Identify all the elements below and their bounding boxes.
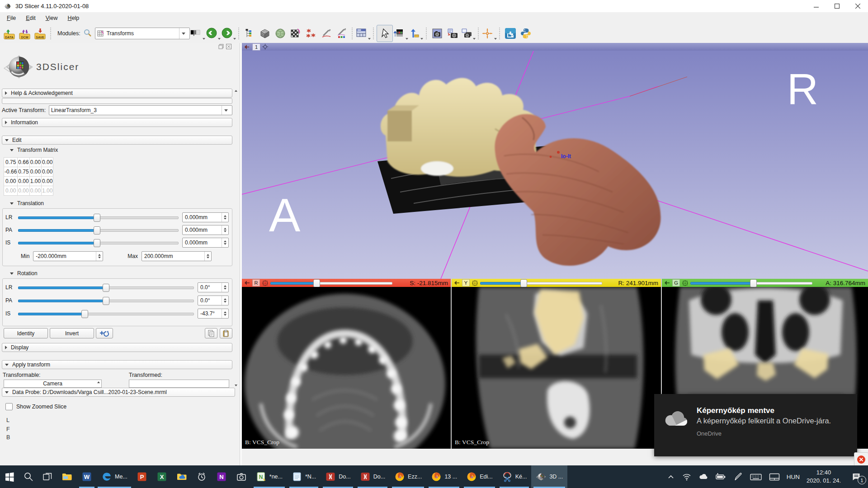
tray-language[interactable]: HUN (783, 465, 803, 488)
taskbar-firefox-button-1[interactable]: Ezz... (390, 465, 426, 488)
taskbar-notepad-button[interactable]: *N... (287, 465, 321, 488)
taskbar-onenote-button[interactable]: N (212, 465, 231, 488)
rotation-section[interactable]: Rotation (10, 270, 38, 277)
taskbar-snipping-button[interactable]: Ké... (497, 465, 532, 488)
screenshot-icon[interactable] (429, 25, 445, 42)
pin-icon[interactable] (245, 280, 250, 286)
translation-pa-slider[interactable] (18, 226, 179, 234)
search-button[interactable] (19, 465, 38, 488)
load-data-button[interactable]: DATA (2, 25, 17, 42)
yellow-slice-letter[interactable]: Y (462, 279, 470, 286)
menu-file[interactable]: File (3, 14, 20, 23)
taskbar-edge-button[interactable]: Me... (97, 465, 132, 488)
annotation-color-icon[interactable] (334, 25, 349, 42)
slice-menu-icon[interactable] (262, 280, 268, 286)
taskbar-camera-button[interactable] (231, 465, 251, 488)
tray-battery-icon[interactable] (712, 465, 730, 488)
taskbar-firefox-button-2[interactable]: 13 ... (426, 465, 462, 488)
taskbar-slicer-button[interactable]: 3D ... (531, 465, 567, 488)
onedrive-notification[interactable]: Képernyőkép mentve A képernyőkép felkerü… (654, 394, 857, 456)
display-section[interactable]: Display (2, 343, 232, 352)
edit-section[interactable]: Edit (2, 136, 232, 145)
paste-transform-icon[interactable] (220, 328, 232, 338)
window-level-icon[interactable] (393, 25, 408, 42)
taskbar-powerpoint-button[interactable]: P (132, 465, 152, 488)
action-center-button[interactable]: 1 (844, 465, 868, 488)
yellow-slice-view[interactable]: B: VCS_Crop (452, 287, 661, 449)
menu-edit[interactable]: Edit (22, 14, 40, 23)
taskbar-excel-button[interactable]: X (152, 465, 172, 488)
transform-matrix-table[interactable]: 0.750.660.000.00 -0.660.750.000.00 0.000… (4, 157, 53, 196)
rotation-lr-slider[interactable] (18, 283, 194, 291)
transformed-list[interactable] (129, 380, 229, 388)
red-slice-slider[interactable] (270, 279, 392, 287)
scene-snapshot-icon[interactable] (445, 25, 460, 42)
rotation-pa-slider[interactable] (18, 296, 194, 305)
active-transform-selector[interactable]: LinearTransform_3 (49, 105, 232, 115)
mouse-interaction-icon[interactable] (377, 25, 393, 42)
load-dicom-button[interactable]: DCM (17, 25, 33, 42)
taskbar-word-button[interactable]: W (77, 465, 97, 488)
apply-transform-section[interactable]: Apply transform (2, 360, 232, 369)
module-history-icon[interactable] (190, 25, 205, 42)
scroll-down-icon[interactable] (235, 385, 237, 386)
transformable-list[interactable]: Camera (4, 380, 102, 388)
translation-lr-slider[interactable] (18, 213, 179, 221)
annotation-ruler-icon[interactable] (319, 25, 334, 42)
taskbar-doublecmd-button-1[interactable]: Do... (321, 465, 355, 488)
module-search-icon[interactable] (83, 28, 92, 39)
max-spinbox[interactable]: 200.000mm (142, 251, 212, 261)
close-button[interactable] (847, 0, 868, 12)
tray-onedrive-icon[interactable] (695, 465, 712, 488)
translation-is-spinbox[interactable]: 0.000mm (182, 238, 229, 248)
start-button[interactable] (0, 465, 19, 488)
minimize-button[interactable] (806, 0, 826, 12)
taskbar-onedrive-folder-button[interactable] (172, 465, 192, 488)
tray-chevron-icon[interactable] (663, 465, 679, 488)
markups-icon[interactable] (303, 25, 319, 42)
volume-rendering-icon[interactable] (273, 25, 288, 42)
help-acknowledgement-section[interactable]: Help & Acknowledgement (2, 89, 232, 98)
scene-views-icon[interactable] (460, 25, 476, 42)
module-forward-button[interactable] (221, 25, 236, 42)
units-icon[interactable] (408, 25, 424, 42)
notification-close-button[interactable] (854, 452, 868, 466)
information-section[interactable]: Information (2, 118, 232, 127)
close-panel-icon[interactable] (226, 44, 231, 51)
min-spinbox[interactable]: -200.000mm (33, 251, 103, 261)
maximize-button[interactable] (826, 0, 847, 12)
identity-button[interactable]: Identity (4, 328, 48, 338)
copy-transform-icon[interactable] (205, 328, 217, 338)
pin-icon[interactable] (245, 44, 250, 50)
yellow-slice-bar[interactable]: Y R: 241.901mm (452, 279, 661, 287)
taskbar-notepadpp-button[interactable]: N *ne... (251, 465, 287, 488)
yellow-slice-slider[interactable] (480, 279, 602, 287)
slice-menu-icon[interactable] (682, 280, 688, 286)
green-slice-letter[interactable]: G (672, 279, 680, 286)
translation-is-slider[interactable] (18, 239, 179, 247)
red-slice-letter[interactable]: R (252, 279, 260, 286)
module-selector[interactable]: Transforms (95, 28, 190, 39)
panel-scrollbar[interactable] (233, 90, 239, 386)
module-back-button[interactable] (205, 25, 221, 42)
threed-view-bar[interactable]: 1 (242, 43, 868, 51)
menu-view[interactable]: View (42, 14, 62, 23)
rotation-is-slider[interactable] (18, 310, 194, 318)
pin-icon[interactable] (665, 280, 670, 286)
file-explorer-button[interactable] (57, 465, 77, 488)
subject-hierarchy-icon[interactable] (242, 25, 257, 42)
rotation-pa-spinbox[interactable]: 0.0° (198, 296, 229, 305)
crosshair-icon[interactable] (481, 25, 497, 42)
taskbar-firefox-button-3[interactable]: Edi... (462, 465, 497, 488)
threed-view-tab[interactable]: 1 (252, 43, 260, 51)
show-zoomed-slice-checkbox[interactable] (5, 403, 13, 410)
undock-panel-icon[interactable] (218, 44, 224, 51)
invert-button[interactable]: Invert (50, 328, 94, 338)
split-transform-button[interactable] (96, 328, 113, 338)
save-button[interactable]: SAVE (33, 25, 48, 42)
task-view-button[interactable] (38, 465, 57, 488)
rotation-lr-spinbox[interactable]: 0.0° (198, 282, 229, 292)
threed-view[interactable]: 1 R A Io-It (242, 43, 868, 279)
python-console-icon[interactable] (518, 25, 533, 42)
layout-selector-icon[interactable] (355, 25, 371, 42)
